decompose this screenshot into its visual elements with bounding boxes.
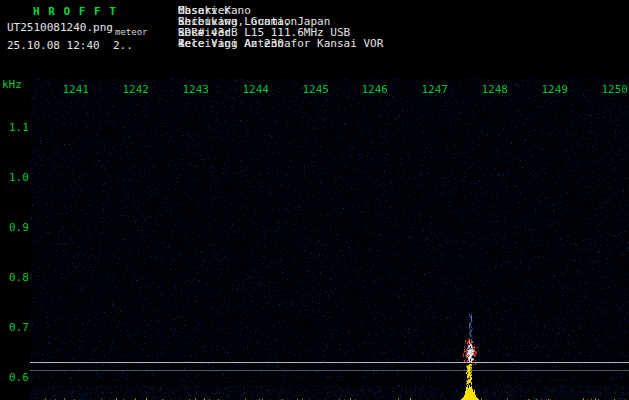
x-tick-label: 1244 bbox=[241, 84, 269, 95]
info-row-antenna: Receiving Antenna:4ele Yagi Az 230 for K… bbox=[178, 38, 628, 49]
spectrogram-canvas bbox=[30, 78, 629, 400]
y-tick-label: 0.7 bbox=[9, 322, 29, 334]
info-value: 4ele Yagi Az 230 for Kansai VOR bbox=[178, 38, 383, 49]
hrofft-screen: H R O F F T UT2510081240.png meteor 25.1… bbox=[0, 0, 629, 400]
x-tick-label: 1243 bbox=[181, 84, 209, 95]
station-name: meteor bbox=[115, 27, 148, 37]
y-tick-label: 0.8 bbox=[9, 272, 29, 284]
y-axis-unit-label: kHz bbox=[2, 79, 22, 90]
x-tick-label: 1241 bbox=[61, 84, 89, 95]
y-tick-label: 0.9 bbox=[9, 222, 29, 234]
x-tick-label: 1245 bbox=[301, 84, 329, 95]
y-tick-label: 0.6 bbox=[9, 372, 29, 384]
x-tick-label: 1246 bbox=[360, 84, 388, 95]
datetime-counter: 25.10.08 12:40 2.. bbox=[7, 39, 133, 52]
output-filename: UT2510081240.png bbox=[7, 21, 113, 34]
x-tick-label: 1247 bbox=[420, 84, 448, 95]
x-tick-label: 1250 bbox=[600, 84, 628, 95]
x-tick-label: 1248 bbox=[480, 84, 508, 95]
y-tick-label: 1.0 bbox=[9, 172, 29, 184]
x-tick-label: 1249 bbox=[540, 84, 568, 95]
y-tick-label: 1.1 bbox=[9, 122, 29, 134]
x-tick-label: 1242 bbox=[121, 84, 149, 95]
receiver-info-table: Observer:Masaki Kano Receiving Location:… bbox=[178, 5, 628, 49]
app-title: H R O F F T bbox=[33, 5, 117, 18]
